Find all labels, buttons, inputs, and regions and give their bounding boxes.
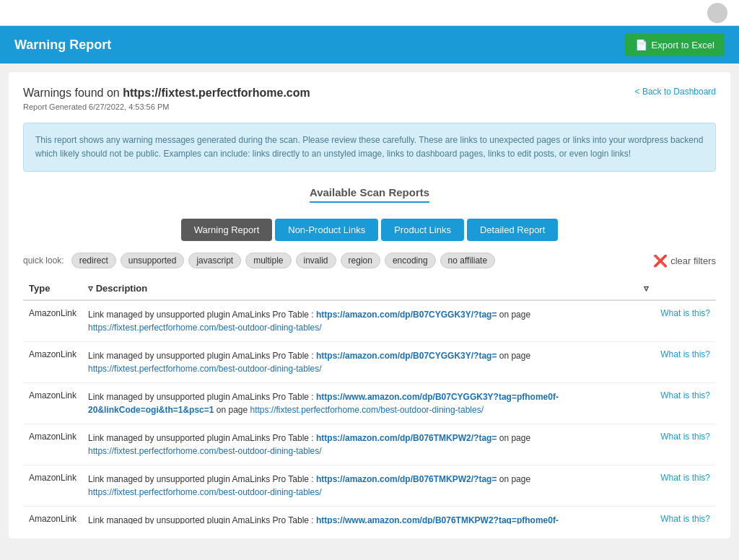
cell-what-is-this: What is this? bbox=[655, 424, 716, 465]
cell-type: AmazonLink bbox=[23, 507, 82, 525]
amazon-link[interactable]: https://amazon.com/dp/B076TMKPW2/?tag= bbox=[316, 474, 497, 484]
cell-type: AmazonLink bbox=[23, 383, 82, 424]
filter-invalid[interactable]: invalid bbox=[296, 253, 336, 268]
report-table: Type ▿ Description ▿ AmazonLinkLink mana… bbox=[23, 277, 716, 524]
cell-description: Link managed by unsupported plugin AmaLi… bbox=[82, 507, 655, 525]
cell-what-is-this: What is this? bbox=[655, 300, 716, 342]
col-action-header bbox=[655, 277, 716, 300]
cell-description: Link managed by unsupported plugin AmaLi… bbox=[82, 342, 655, 383]
filter-redirect[interactable]: redirect bbox=[71, 253, 116, 268]
table-row: AmazonLinkLink managed by unsupported pl… bbox=[23, 300, 716, 342]
amazon-link[interactable]: https://amazon.com/dp/B07CYGGK3Y/?tag= bbox=[316, 310, 497, 320]
what-is-this-link[interactable]: What is this? bbox=[660, 349, 710, 359]
tab-product-links[interactable]: Product Links bbox=[381, 219, 464, 241]
cell-what-is-this: What is this? bbox=[655, 465, 716, 507]
tab-warning-report[interactable]: Warning Report bbox=[181, 219, 273, 241]
scan-reports-title: Available Scan Reports bbox=[310, 186, 429, 203]
quick-look-filters: quick look: redirect unsupported javascr… bbox=[23, 253, 716, 268]
clear-icon: ❌ bbox=[653, 254, 668, 268]
page-link[interactable]: https://fixtest.perfectforhome.com/best-… bbox=[88, 364, 322, 374]
amazon-link[interactable]: https://amazon.com/dp/B07CYGGK3Y/?tag= bbox=[316, 351, 497, 361]
filter-encoding[interactable]: encoding bbox=[385, 253, 436, 268]
main-content: Warnings found on https://fixtest.perfec… bbox=[9, 72, 730, 538]
tab-detailed-report[interactable]: Detailed Report bbox=[467, 219, 558, 241]
cell-description: Link managed by unsupported plugin AmaLi… bbox=[82, 465, 655, 507]
what-is-this-link[interactable]: What is this? bbox=[660, 432, 710, 442]
report-tabs: Warning Report Non-Product Links Product… bbox=[23, 219, 716, 241]
filter-javascript[interactable]: javascript bbox=[188, 253, 241, 268]
page-link[interactable]: https://fixtest.perfectforhome.com/best-… bbox=[88, 446, 322, 456]
cell-what-is-this: What is this? bbox=[655, 383, 716, 424]
quick-look-label: quick look: bbox=[23, 255, 64, 266]
col-type-header: Type bbox=[23, 277, 82, 300]
page-link[interactable]: https://fixtest.perfectforhome.com/best-… bbox=[88, 323, 322, 333]
col-description-header: ▿ Description ▿ bbox=[82, 277, 655, 300]
table-row: AmazonLinkLink managed by unsupported pl… bbox=[23, 383, 716, 424]
table-row: AmazonLinkLink managed by unsupported pl… bbox=[23, 465, 716, 507]
filter-region[interactable]: region bbox=[341, 253, 380, 268]
cell-type: AmazonLink bbox=[23, 300, 82, 342]
back-to-dashboard-link[interactable]: < Back to Dashboard bbox=[635, 87, 716, 97]
what-is-this-link[interactable]: What is this? bbox=[660, 514, 710, 524]
cell-type: AmazonLink bbox=[23, 465, 82, 507]
what-is-this-link[interactable]: What is this? bbox=[660, 308, 710, 318]
tab-non-product-links[interactable]: Non-Product Links bbox=[275, 219, 378, 241]
excel-icon: 📄 bbox=[635, 39, 647, 51]
page-link[interactable]: https://fixtest.perfectforhome.com/best-… bbox=[250, 405, 484, 415]
table-row: AmazonLinkLink managed by unsupported pl… bbox=[23, 507, 716, 525]
filter-no-affiliate[interactable]: no affiliate bbox=[440, 253, 496, 268]
what-is-this-link[interactable]: What is this? bbox=[660, 473, 710, 483]
cell-description: Link managed by unsupported plugin AmaLi… bbox=[82, 300, 655, 342]
avatar bbox=[707, 3, 727, 23]
table-row: AmazonLinkLink managed by unsupported pl… bbox=[23, 342, 716, 383]
filter-description-icon2[interactable]: ▿ bbox=[644, 283, 649, 294]
info-box: This report shows any warning messages g… bbox=[23, 123, 716, 172]
what-is-this-link[interactable]: What is this? bbox=[660, 390, 710, 401]
table-scroll-area[interactable]: Type ▿ Description ▿ AmazonLinkLink mana… bbox=[23, 271, 716, 524]
report-header-title: Warning Report bbox=[14, 38, 111, 53]
scan-reports-section: Available Scan Reports Warning Report No… bbox=[23, 186, 716, 241]
filter-description-icon[interactable]: ▿ bbox=[88, 283, 93, 294]
cell-what-is-this: What is this? bbox=[655, 507, 716, 525]
filter-multiple[interactable]: multiple bbox=[245, 253, 291, 268]
table-row: AmazonLinkLink managed by unsupported pl… bbox=[23, 424, 716, 465]
top-bar bbox=[0, 0, 739, 26]
cell-description: Link managed by unsupported plugin AmaLi… bbox=[82, 424, 655, 465]
cell-type: AmazonLink bbox=[23, 424, 82, 465]
warnings-found-title: Warnings found on https://fixtest.perfec… bbox=[23, 87, 310, 100]
export-to-excel-button[interactable]: 📄 Export to Excel bbox=[625, 33, 725, 56]
amazon-link[interactable]: https://amazon.com/dp/B076TMKPW2/?tag= bbox=[316, 433, 497, 443]
report-header: Warning Report 📄 Export to Excel bbox=[0, 26, 739, 64]
filter-unsupported[interactable]: unsupported bbox=[121, 253, 185, 268]
cell-type: AmazonLink bbox=[23, 342, 82, 383]
page-link[interactable]: https://fixtest.perfectforhome.com/best-… bbox=[88, 487, 322, 497]
cell-description: Link managed by unsupported plugin AmaLi… bbox=[82, 383, 655, 424]
clear-filters-button[interactable]: ❌ clear filters bbox=[653, 254, 716, 268]
report-generated-label: Report Generated 6/27/2022, 4:53:56 PM bbox=[23, 102, 310, 111]
cell-what-is-this: What is this? bbox=[655, 342, 716, 383]
